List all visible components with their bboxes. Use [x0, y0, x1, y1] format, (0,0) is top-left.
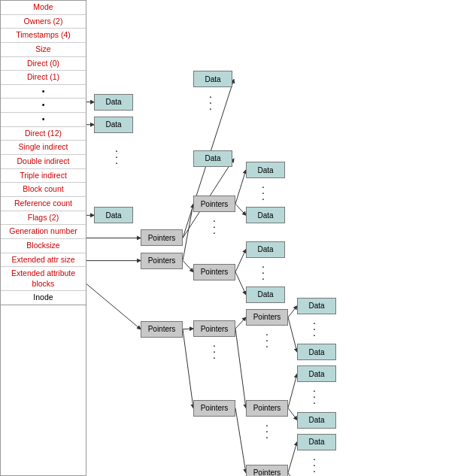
svg-line-9 [183, 329, 193, 408]
dot-separator: · [259, 431, 274, 443]
svg-line-16 [288, 408, 297, 420]
data-box: Data [246, 241, 285, 258]
inode-column: ModeOwners (2)Timestamps (4)SizeDirect (… [0, 0, 86, 476]
inode-cell-12: Triple indirect [1, 169, 86, 183]
pointer-box: Pointers [141, 229, 183, 246]
pointer-box: Pointers [193, 400, 235, 417]
pointer-box: Pointers [246, 465, 288, 476]
svg-line-11 [235, 329, 246, 408]
inode-cell-10: Single indirect [1, 141, 86, 155]
main-container: ModeOwners (2)Timestamps (4)SizeDirect (… [0, 0, 461, 476]
data-box: Data [94, 94, 133, 111]
inode-cell-16: Generation number [1, 225, 86, 239]
data-box: Data [193, 150, 232, 167]
dot-separator: · [307, 396, 322, 408]
diagram-area: DataDataData···PointersData···DataPointe… [86, 0, 461, 476]
dot-separator: · [259, 340, 274, 352]
inode-cell-7: • [1, 99, 86, 113]
inode-cell-0: Mode [1, 1, 86, 15]
svg-line-2 [183, 204, 193, 260]
svg-line-17 [288, 442, 297, 473]
pointer-box: Pointers [193, 264, 235, 280]
inode-cell-6: • [1, 85, 86, 99]
pointer-box: Pointers [246, 309, 288, 326]
svg-line-14 [288, 317, 297, 352]
inode-cell-5: Direct (1) [1, 71, 86, 85]
inode-cell-8: • [1, 113, 86, 127]
inode-cell-11: Double indirect [1, 155, 86, 169]
data-box: Data [297, 365, 336, 382]
dot-separator: · [109, 156, 124, 168]
data-box: Data [246, 207, 285, 223]
data-box: Data [297, 298, 336, 314]
inode-cell-17: Blocksize [1, 239, 86, 253]
svg-line-7 [235, 272, 246, 295]
data-box: Data [94, 117, 133, 133]
inode-cell-20: Inode [1, 291, 86, 305]
pointer-box: Pointers [193, 320, 235, 337]
inode-cell-9: Direct (12) [1, 127, 86, 141]
dot-separator: · [256, 193, 271, 205]
dot-separator: · [307, 465, 322, 476]
data-box: Data [193, 71, 232, 87]
pointer-box: Pointers [141, 321, 183, 338]
data-box: Data [297, 412, 336, 429]
inode-cell-3: Size [1, 43, 86, 57]
dot-separator: · [203, 102, 218, 114]
svg-line-24 [86, 283, 141, 329]
dot-separator: · [307, 329, 322, 341]
svg-line-3 [183, 261, 193, 272]
inode-cell-1: Owners (2) [1, 15, 86, 29]
pointer-box: Pointers [141, 253, 183, 269]
data-box: Data [297, 434, 336, 450]
svg-line-13 [288, 306, 297, 317]
inode-cell-2: Timestamps (4) [1, 29, 86, 43]
svg-line-5 [235, 204, 246, 215]
pointer-box: Pointers [193, 196, 235, 212]
data-box: Data [246, 287, 285, 303]
inode-cell-18: Extended attr size [1, 253, 86, 268]
dot-separator: · [256, 272, 271, 284]
svg-line-12 [235, 408, 246, 473]
inode-cell-19: Extended attribute blocks [1, 267, 86, 291]
inode-cell-15: Flags (2) [1, 211, 86, 226]
svg-line-8 [183, 329, 193, 329]
data-box: Data [246, 162, 285, 178]
dot-separator: · [207, 226, 222, 238]
data-box: Data [297, 344, 336, 360]
svg-line-10 [235, 317, 246, 329]
svg-line-4 [235, 170, 246, 204]
data-box: Data [94, 207, 133, 223]
inode-cell-4: Direct (0) [1, 57, 86, 71]
svg-line-15 [288, 374, 297, 408]
svg-line-6 [235, 250, 246, 272]
inode-cell-14: Reference count [1, 197, 86, 211]
pointer-box: Pointers [246, 400, 288, 417]
dot-separator: · [207, 351, 222, 363]
svg-line-18 [288, 473, 297, 476]
inode-cell-13: Block count [1, 183, 86, 197]
